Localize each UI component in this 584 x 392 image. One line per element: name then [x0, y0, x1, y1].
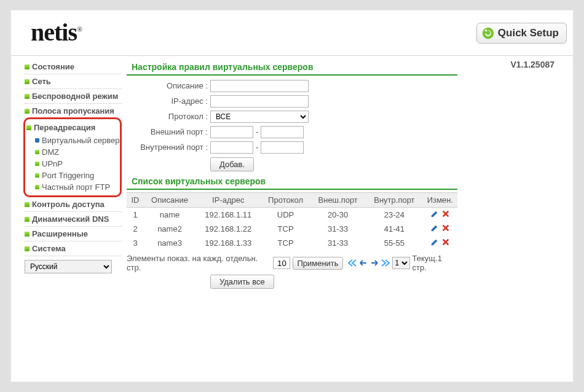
sidebar-label: Беспроводной режим: [32, 92, 118, 101]
cell-proto: TCP: [261, 222, 310, 236]
bullet-icon: [25, 109, 30, 114]
cell-desc: name3: [144, 236, 195, 250]
col-int: Внутр.порт: [366, 193, 423, 208]
int-port-to-input[interactable]: [261, 141, 304, 154]
sidebar-item-network[interactable]: Сеть: [23, 74, 122, 89]
sidebar-item-wireless[interactable]: Беспроводной режим: [23, 89, 122, 104]
description-label: Описание :: [127, 81, 210, 90]
sidebar-item-status[interactable]: Состояние: [23, 60, 122, 74]
edit-icon[interactable]: [430, 210, 439, 218]
row-description: Описание :: [127, 78, 457, 93]
delete-all-button[interactable]: Удалить все: [210, 275, 274, 289]
row-int-port: Внутренний порт : -: [127, 139, 457, 155]
sidebar-sub-ftp-port[interactable]: Частный порт FTP: [25, 181, 120, 193]
cell-ip: 192.168.1.22: [195, 222, 261, 236]
sidebar-label: Контроль доступа: [32, 200, 105, 209]
quick-setup-button[interactable]: Quick Setup: [476, 23, 567, 44]
int-port-label: Внутренний порт :: [127, 143, 210, 152]
per-page-input[interactable]: [273, 257, 290, 269]
bullet-icon: [25, 94, 30, 99]
sidebar-label: Динамический DNS: [32, 214, 109, 224]
cell-int: 55-55: [366, 236, 423, 250]
delete-icon[interactable]: [441, 224, 450, 232]
bullet-icon: [35, 138, 39, 143]
row-ip: IP-адрес :: [127, 93, 457, 109]
row-ext-port: Внешний порт : -: [127, 124, 457, 139]
page-first-icon[interactable]: [348, 259, 357, 267]
bullet-icon: [35, 173, 39, 178]
cell-id: 2: [127, 222, 144, 236]
header: netis® Quick Setup: [11, 10, 573, 56]
sidebar-item-forwarding[interactable]: Переадресация: [25, 120, 120, 135]
ip-label: IP-адрес :: [127, 96, 210, 106]
apply-button[interactable]: Применить: [293, 257, 342, 270]
add-button[interactable]: Добав.: [210, 157, 254, 171]
sidebar-label: UPnP: [42, 159, 63, 168]
cell-ip: 192.168.1.33: [195, 236, 261, 250]
sidebar-item-bandwidth[interactable]: Полоса пропускания: [23, 104, 122, 119]
highlighted-section: Переадресация Виртуальный сервер DMZ UPn…: [23, 117, 122, 197]
sidebar-label: Расширенные: [32, 229, 88, 238]
int-port-from-input[interactable]: [210, 141, 253, 154]
cell-id: 3: [127, 236, 144, 250]
refresh-icon: [482, 27, 494, 39]
sidebar-label: Переадресация: [34, 123, 95, 132]
col-desc: Описание: [144, 193, 195, 208]
sidebar-sub-port-triggering[interactable]: Port Triggering: [25, 170, 120, 181]
delete-icon[interactable]: [441, 210, 450, 218]
col-proto: Протокол: [261, 193, 310, 208]
description-input[interactable]: [210, 80, 309, 92]
cell-proto: TCP: [261, 236, 310, 250]
svg-point-0: [483, 28, 494, 39]
delete-icon[interactable]: [441, 238, 450, 246]
language-select[interactable]: Русский: [25, 260, 112, 273]
col-ext: Внеш.порт: [310, 193, 366, 208]
pager: Элементы показ. на кажд. отдельн. стр. П…: [127, 250, 457, 272]
bullet-icon: [35, 150, 39, 154]
sidebar: Состояние Сеть Беспроводной режим Полоса…: [11, 60, 122, 291]
bullet-icon: [25, 232, 30, 237]
ext-port-from-input[interactable]: [210, 126, 253, 138]
bullet-icon: [25, 79, 30, 84]
cell-ext: 20-30: [310, 208, 366, 222]
form-title: Настройка правил виртуальных серверов: [127, 60, 457, 76]
sidebar-label: Состояние: [32, 62, 74, 71]
sidebar-sub-virtual-server[interactable]: Виртуальный сервер: [25, 135, 120, 146]
sidebar-label: Сеть: [32, 77, 51, 86]
protocol-label: Протокол :: [127, 112, 210, 121]
edit-icon[interactable]: [430, 224, 439, 232]
page-next-icon[interactable]: [370, 259, 379, 267]
bullet-icon: [35, 185, 39, 189]
sidebar-item-advanced[interactable]: Расширенные: [23, 227, 122, 241]
edit-icon[interactable]: [430, 238, 439, 246]
dash: -: [253, 143, 261, 152]
table-row: 1name192.168.1.11UDP20-3023-24: [127, 208, 457, 222]
list-title: Список виртуальных серверов: [127, 174, 457, 190]
cell-desc: name: [144, 208, 195, 222]
page-prev-icon[interactable]: [359, 259, 368, 267]
cell-ext: 31-33: [310, 236, 366, 250]
bullet-icon: [25, 246, 30, 251]
ext-port-to-input[interactable]: [261, 126, 304, 138]
protocol-select[interactable]: ВСЕ: [210, 111, 309, 123]
sidebar-sub-dmz[interactable]: DMZ: [25, 146, 120, 158]
dash: -: [253, 127, 261, 136]
sidebar-label: Port Triggering: [42, 171, 94, 180]
col-act: Измен.: [423, 193, 457, 208]
page-last-icon[interactable]: [381, 259, 390, 267]
cell-int: 41-41: [366, 222, 423, 236]
main-content: Настройка правил виртуальных серверов Оп…: [122, 60, 462, 291]
ext-port-label: Внешний порт :: [127, 127, 210, 136]
bullet-icon: [25, 202, 30, 207]
per-page-label: Элементы показ. на кажд. отдельн. стр.: [127, 254, 270, 272]
current-page-label: Текущ.1 стр.: [412, 254, 457, 272]
cell-ext: 31-33: [310, 222, 366, 236]
row-protocol: Протокол : ВСЕ: [127, 109, 457, 124]
sidebar-sub-upnp[interactable]: UPnP: [25, 158, 120, 170]
sidebar-item-access-control[interactable]: Контроль доступа: [23, 197, 122, 212]
sidebar-item-ddns[interactable]: Динамический DNS: [23, 212, 122, 227]
page-select[interactable]: 1: [392, 257, 410, 269]
sidebar-item-system[interactable]: Система: [23, 241, 122, 256]
cell-ip: 192.168.1.11: [195, 208, 261, 222]
ip-input[interactable]: [210, 95, 309, 108]
